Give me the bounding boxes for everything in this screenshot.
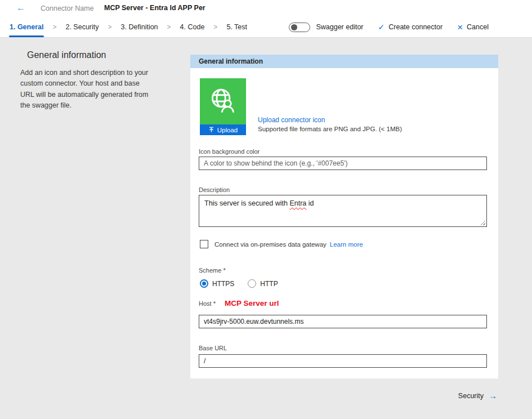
tab-definition[interactable]: 3. Definition <box>120 22 159 32</box>
general-information-panel: General information <box>190 55 498 378</box>
page-content: General information Add an icon and shor… <box>0 38 532 419</box>
icon-bg-color-input[interactable] <box>199 157 487 170</box>
textarea-resize-handle[interactable] <box>480 220 485 225</box>
chevron-right-icon: > <box>108 23 112 31</box>
host-label: Host * <box>199 300 216 307</box>
host-annotation: MCP Server url <box>225 299 279 307</box>
tab-code[interactable]: 4. Code <box>180 22 205 32</box>
base-url-label: Base URL <box>199 345 227 351</box>
description-textarea[interactable]: This server is secured with Entra id <box>199 195 487 227</box>
cancel-label: Cancel <box>467 23 489 31</box>
gateway-label: Connect via on-premises data gateway <box>214 241 327 248</box>
scheme-options: HTTPS HTTP <box>200 279 278 288</box>
upload-icon <box>208 127 214 133</box>
security-next-label: Security <box>458 392 484 400</box>
upload-hint: Supported file formats are PNG and JPG. … <box>258 126 402 132</box>
wizard-steps: 1. General > 2. Security > 3. Definition… <box>9 17 248 37</box>
description-misspelled-word: Entra <box>289 199 306 207</box>
icon-bg-color-label: Icon background color <box>199 148 260 155</box>
chevron-right-icon: > <box>52 23 56 31</box>
host-label-row: Host * MCP Server url <box>199 299 279 307</box>
host-input[interactable] <box>199 315 487 328</box>
create-connector-button[interactable]: ✓ Create connector <box>378 23 443 31</box>
gateway-checkbox[interactable] <box>200 240 208 248</box>
scheme-label: Scheme * <box>199 267 226 274</box>
close-icon: × <box>457 23 463 32</box>
radio-https[interactable]: HTTPS <box>200 279 234 288</box>
section-title: General information <box>27 50 106 60</box>
connector-title: MCP Server - Entra Id APP Per <box>104 4 205 12</box>
top-bar: ← Connector Name MCP Server - Entra Id A… <box>0 0 532 17</box>
cancel-button[interactable]: × Cancel <box>457 23 489 32</box>
base-url-input[interactable] <box>199 354 487 368</box>
globe-user-icon <box>208 86 238 117</box>
wizard-actions: Swagger editor ✓ Create connector × Canc… <box>289 17 489 37</box>
swagger-editor-toggle[interactable] <box>289 23 310 32</box>
back-icon[interactable]: ← <box>16 3 25 13</box>
learn-more-link[interactable]: Learn more <box>330 241 363 248</box>
radio-selected-icon <box>200 279 208 288</box>
check-icon: ✓ <box>378 23 385 31</box>
radio-http[interactable]: HTTP <box>248 279 278 288</box>
upload-connector-icon-link[interactable]: Upload connector icon <box>258 116 325 124</box>
upload-button-label: Upload <box>217 127 238 133</box>
connector-name-label: Connector Name <box>41 5 94 12</box>
toggle-knob-icon <box>291 24 297 30</box>
connector-icon-tile: Upload <box>200 78 246 135</box>
connector-icon-preview <box>200 78 246 124</box>
chevron-right-icon: > <box>167 23 171 31</box>
swagger-editor-toggle-group: Swagger editor <box>289 23 363 32</box>
upload-button[interactable]: Upload <box>200 124 246 135</box>
section-description: Add an icon and short description to you… <box>20 68 152 112</box>
security-next-button[interactable]: Security → <box>458 391 497 400</box>
gateway-row: Connect via on-premises data gateway Lea… <box>200 240 363 248</box>
custom-connector-wizard: ← Connector Name MCP Server - Entra Id A… <box>0 0 532 419</box>
panel-header: General information <box>190 55 498 68</box>
description-text: This server is secured with <box>204 199 289 207</box>
chevron-right-icon: > <box>213 23 217 31</box>
wizard-step-bar: 1. General > 2. Security > 3. Definition… <box>0 17 532 38</box>
swagger-editor-label: Swagger editor <box>316 23 363 31</box>
radio-unselected-icon <box>248 279 256 288</box>
tab-general[interactable]: 1. General <box>9 22 44 32</box>
create-connector-label: Create connector <box>388 23 442 31</box>
tab-test[interactable]: 5. Test <box>226 22 248 32</box>
radio-https-label: HTTPS <box>212 280 234 288</box>
arrow-right-icon: → <box>489 391 497 400</box>
radio-http-label: HTTP <box>260 280 278 288</box>
description-label: Description <box>199 186 230 193</box>
tab-security[interactable]: 2. Security <box>65 22 99 32</box>
radio-dot-icon <box>202 282 206 286</box>
description-text-after: id <box>306 199 314 207</box>
